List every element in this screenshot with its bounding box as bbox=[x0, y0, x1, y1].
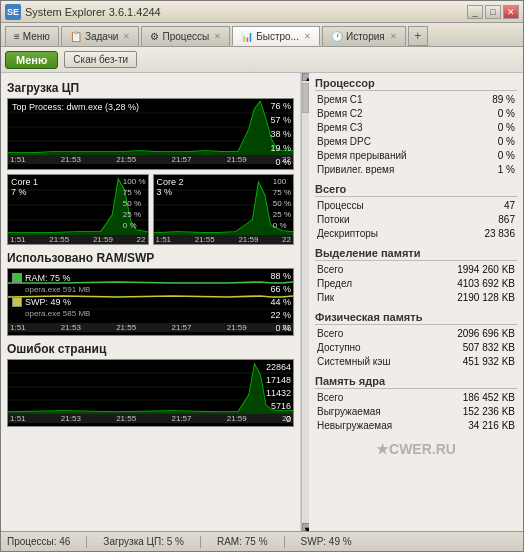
proc-priv-val: 1 % bbox=[498, 163, 515, 177]
watermark-text: ★CWER.RU bbox=[376, 441, 456, 457]
core1-label: Core 1 bbox=[11, 177, 38, 187]
phys-row-total: Всего 2096 696 KB bbox=[315, 327, 517, 341]
proc-row-c2: Время C2 0 % bbox=[315, 107, 517, 121]
quick-tab-icon: 📊 bbox=[241, 31, 253, 42]
tab-history[interactable]: 🕐 История ✕ bbox=[322, 26, 406, 46]
tasks-tab-icon: 📋 bbox=[70, 31, 82, 42]
ram-legend-label1: RAM: 75 % bbox=[25, 273, 71, 283]
core1-chart: Core 1 7 % 100 % 75 % 50 % 25 % 0 % bbox=[7, 174, 149, 245]
tab-processes-close[interactable]: ✕ bbox=[214, 32, 221, 41]
kernel-total-label: Всего bbox=[317, 391, 343, 405]
phys-row-cache: Системный кэш 451 932 KB bbox=[315, 355, 517, 369]
pages-section: Ошибок страниц 22864 17148 11432 5716 0 bbox=[7, 342, 294, 427]
scroll-track bbox=[302, 81, 309, 523]
total-proc-label: Процессы bbox=[317, 199, 364, 213]
tab-tasks-label: Задачи bbox=[85, 31, 119, 42]
pages-right-labels: 22864 17148 11432 5716 0 bbox=[266, 362, 291, 424]
scrollbar[interactable]: ▲ ▼ bbox=[301, 73, 309, 531]
total-desc-label: Дескрипторы bbox=[317, 227, 378, 241]
core1-pct: 7 % bbox=[11, 187, 27, 197]
ram-legend-color2 bbox=[12, 297, 22, 307]
app-icon: SE bbox=[5, 4, 21, 20]
phys-avail-val: 507 832 KB bbox=[463, 341, 515, 355]
status-sep2 bbox=[200, 536, 201, 548]
total-info-title: Всего bbox=[315, 183, 517, 197]
cpu-bottom-labels: 1:51 21:53 21:55 21:57 21:59 22 bbox=[8, 155, 293, 164]
pages-chart: 22864 17148 11432 5716 0 bbox=[7, 359, 294, 427]
core1-right-labels: 100 % 75 % 50 % 25 % 0 % bbox=[123, 177, 146, 230]
tab-quick[interactable]: 📊 Быстро... ✕ bbox=[232, 26, 320, 46]
proc-int-val: 0 % bbox=[498, 149, 515, 163]
close-button[interactable]: ✕ bbox=[503, 5, 519, 19]
total-desc-val: 23 836 bbox=[484, 227, 515, 241]
total-threads-val: 867 bbox=[498, 213, 515, 227]
cpu-section: Загрузка ЦП Top Process: dwm.exe (3,28 %… bbox=[7, 81, 294, 245]
ram-legend-item2: SWP: 49 % bbox=[12, 297, 90, 307]
core2-bottom: 1:51 21:55 21:59 22 bbox=[154, 235, 294, 244]
ram-section-title: Использовано RAM/SWP bbox=[7, 251, 294, 265]
status-processes: Процессы: 46 bbox=[7, 536, 70, 547]
total-row-desc: Дескрипторы 23 836 bbox=[315, 227, 517, 241]
kernel-row-total: Всего 186 452 KB bbox=[315, 391, 517, 405]
core-charts-row: Core 1 7 % 100 % 75 % 50 % 25 % 0 % bbox=[7, 174, 294, 245]
proc-c3-label: Время C3 bbox=[317, 121, 363, 135]
tab-history-close[interactable]: ✕ bbox=[390, 32, 397, 41]
menu-tab-icon: ≡ bbox=[14, 31, 20, 42]
tab-processes[interactable]: ⚙ Процессы ✕ bbox=[141, 26, 230, 46]
tab-tasks-close[interactable]: ✕ bbox=[123, 32, 130, 41]
alloc-row-limit: Предел 4103 692 KB bbox=[315, 277, 517, 291]
alloc-limit-val: 4103 692 KB bbox=[457, 277, 515, 291]
alloc-total-val: 1994 260 KB bbox=[457, 263, 515, 277]
menu-button[interactable]: Меню bbox=[5, 51, 58, 69]
kernel-nonpage-val: 34 216 KB bbox=[468, 419, 515, 433]
proc-dpc-val: 0 % bbox=[498, 135, 515, 149]
tab-tasks[interactable]: 📋 Задачи ✕ bbox=[61, 26, 140, 46]
tab-menu-label: Меню bbox=[23, 31, 50, 42]
status-ram: RAM: 75 % bbox=[217, 536, 268, 547]
scan-button[interactable]: Скан без-ти bbox=[64, 51, 137, 68]
right-panel: Процессор Время C1 89 % Время C2 0 % Вре… bbox=[309, 73, 523, 531]
maximize-button[interactable]: □ bbox=[485, 5, 501, 19]
scroll-thumb[interactable] bbox=[302, 83, 309, 113]
proc-priv-label: Привилег. время bbox=[317, 163, 394, 177]
alloc-peak-label: Пик bbox=[317, 291, 334, 305]
proc-c1-val: 89 % bbox=[492, 93, 515, 107]
total-info-section: Всего Процессы 47 Потоки 867 Дескрипторы… bbox=[315, 183, 517, 241]
total-row-proc: Процессы 47 bbox=[315, 199, 517, 213]
kernel-page-label: Выгружаемая bbox=[317, 405, 381, 419]
ram-legend-item1: RAM: 75 % bbox=[12, 273, 90, 283]
processes-tab-icon: ⚙ bbox=[150, 31, 159, 42]
toolbar: Меню Скан без-ти bbox=[1, 47, 523, 73]
phys-avail-label: Доступно bbox=[317, 341, 361, 355]
alloc-info-title: Выделение памяти bbox=[315, 247, 517, 261]
kernel-info-section: Память ядра Всего 186 452 KB Выгружаемая… bbox=[315, 375, 517, 433]
alloc-row-peak: Пик 2190 128 KB bbox=[315, 291, 517, 305]
proc-row-c3: Время C3 0 % bbox=[315, 121, 517, 135]
kernel-row-nonpage: Невыгружаемая 34 216 KB bbox=[315, 419, 517, 433]
proc-c3-val: 0 % bbox=[498, 121, 515, 135]
status-swp: SWP: 49 % bbox=[301, 536, 352, 547]
add-tab-button[interactable]: + bbox=[408, 26, 428, 46]
core1-bottom: 1:51 21:55 21:59 22 bbox=[8, 235, 148, 244]
ram-right-labels: 88 % 66 % 44 % 22 % 0 % bbox=[270, 271, 291, 333]
cpu-main-chart: Top Process: dwm.exe (3,28 %) 76 % 57 % … bbox=[7, 98, 294, 170]
minimize-button[interactable]: _ bbox=[467, 5, 483, 19]
tab-processes-label: Процессы bbox=[162, 31, 209, 42]
processor-info-title: Процессор bbox=[315, 77, 517, 91]
core2-chart: Core 2 3 % 100 75 % 50 % 25 % 0 % bbox=[153, 174, 295, 245]
proc-c2-label: Время C2 bbox=[317, 107, 363, 121]
proc-row-int: Время прерываний 0 % bbox=[315, 149, 517, 163]
proc-c1-label: Время C1 bbox=[317, 93, 363, 107]
tab-quick-label: Быстро... bbox=[256, 31, 299, 42]
status-cpu: Загрузка ЦП: 5 % bbox=[103, 536, 184, 547]
phys-total-label: Всего bbox=[317, 327, 343, 341]
tab-menu[interactable]: ≡ Меню bbox=[5, 26, 59, 46]
tab-history-label: История bbox=[346, 31, 385, 42]
watermark: ★CWER.RU bbox=[315, 441, 517, 457]
ram-legend-color1 bbox=[12, 273, 22, 283]
ram-legend-label2: SWP: 49 % bbox=[25, 297, 71, 307]
tab-quick-close[interactable]: ✕ bbox=[304, 32, 311, 41]
proc-row-c1: Время C1 89 % bbox=[315, 93, 517, 107]
kernel-page-val: 152 236 KB bbox=[463, 405, 515, 419]
phys-total-val: 2096 696 KB bbox=[457, 327, 515, 341]
